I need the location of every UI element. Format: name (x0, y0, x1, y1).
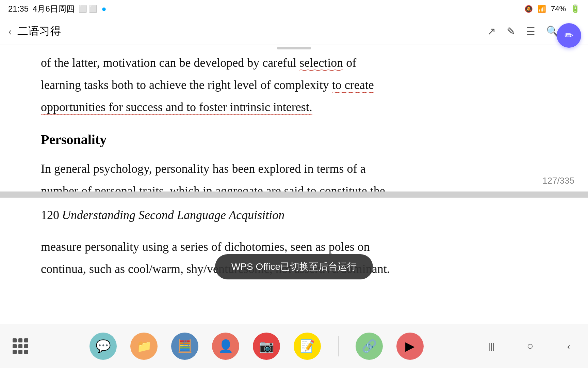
files-icon: 📁 (136, 339, 152, 353)
battery-level: 74% (551, 4, 566, 13)
camera-icon: 📷 (259, 339, 274, 353)
intro-line1: of the latter, motivation can be develop… (41, 56, 356, 70)
home-icon: ○ (527, 340, 533, 352)
status-left: 21:35 4月6日周四 ⬜ ⬜ ● (8, 3, 107, 14)
section-heading-personality: Personality (41, 132, 547, 148)
recents-icon: ||| (489, 341, 494, 352)
underlined-to-create: to create (332, 78, 374, 92)
menu-icon[interactable]: ☰ (526, 25, 535, 37)
nav-left: ‹ 二语习得 (8, 24, 61, 39)
app-icons-row: 💬 📁 🧮 👤 📷 📝 🔗 ▶ (41, 333, 472, 360)
toast-message: WPS Office已切换至后台运行 (231, 261, 357, 272)
home-button[interactable]: ○ (522, 338, 538, 354)
app-icon-calc[interactable]: 🧮 (171, 333, 198, 360)
grid-icon (13, 338, 28, 354)
calc-icon: 🧮 (177, 339, 193, 353)
page-title: 二语习得 (17, 24, 61, 39)
underlined-selection: selection (299, 56, 343, 70)
page-header-number: 120 (41, 208, 59, 222)
status-notification: ● (101, 4, 107, 14)
back-nav-icon: ‹ (567, 340, 571, 352)
toast-notification: WPS Office已切换至后台运行 (215, 254, 373, 279)
underlined-opportunities: opportunities for success and to foster … (41, 100, 312, 114)
page-header-title: Understanding Second Language Acquisitio… (62, 208, 284, 222)
back-nav-button[interactable]: ‹ (560, 338, 577, 354)
intro-line2: learning tasks both to achieve the right… (41, 78, 374, 92)
page-upper-content: of the latter, motivation can be develop… (0, 45, 588, 191)
page-separator (0, 191, 588, 198)
mute-icon: 🔕 (524, 5, 533, 13)
body-text: In general psychology, personality has b… (41, 158, 547, 191)
app-icon-play[interactable]: ▶ (396, 333, 424, 360)
system-bar: 💬 📁 🧮 👤 📷 📝 🔗 ▶ ||| ○ (0, 324, 588, 368)
edit-icon[interactable]: ✎ (507, 25, 515, 37)
apps-grid-button[interactable] (0, 338, 41, 354)
app-icon-bubble[interactable]: 💬 (89, 333, 117, 360)
page-header: 120Understanding Second Language Acquisi… (41, 208, 547, 222)
page-upper: of the latter, motivation can be develop… (0, 45, 588, 191)
body-line2: number of personal traits, which in aggr… (41, 184, 385, 191)
play-icon: ▶ (405, 339, 415, 353)
status-bar: 21:35 4月6日周四 ⬜ ⬜ ● 🔕 📶 74% 🔋 (0, 0, 588, 18)
status-time: 21:35 (8, 4, 29, 14)
back-button[interactable]: ‹ (8, 25, 12, 37)
app-divider (338, 336, 339, 356)
app-icon-camera[interactable]: 📷 (253, 333, 280, 360)
contacts-icon: 👤 (218, 339, 233, 353)
system-nav: ||| ○ ‹ (472, 338, 588, 354)
battery-icon: 🔋 (571, 4, 580, 13)
external-link-icon[interactable]: ↗ (487, 25, 496, 37)
intro-text: of the latter, motivation can be develop… (41, 52, 547, 118)
bubble-icon: 💬 (96, 339, 111, 353)
notes-icon: 📝 (300, 339, 315, 353)
drag-handle (277, 47, 311, 49)
intro-line3: opportunities for success and to foster … (41, 100, 312, 114)
fab-edit-button[interactable]: ✏ (557, 23, 581, 48)
page-number-upper: 127/335 (542, 175, 574, 186)
app-icon-notes[interactable]: 📝 (294, 333, 321, 360)
lower-body-line1: measure personality using a series of di… (41, 240, 370, 254)
share-icon: 🔗 (362, 339, 377, 353)
fab-edit-icon: ✏ (565, 29, 574, 42)
status-date: 4月6日周四 (33, 3, 75, 14)
app-icon-contacts[interactable]: 👤 (212, 333, 239, 360)
nav-bar: ‹ 二语习得 ↗ ✎ ☰ 🔍 ⋮ (0, 18, 588, 45)
app-icon-share[interactable]: 🔗 (356, 333, 383, 360)
recents-button[interactable]: ||| (484, 338, 500, 354)
body-line1: In general psychology, personality has b… (41, 162, 365, 175)
status-icons: ⬜ ⬜ (79, 5, 98, 13)
status-right: 🔕 📶 74% 🔋 (524, 4, 580, 13)
app-icon-files[interactable]: 📁 (130, 333, 158, 360)
wifi-icon: 📶 (538, 5, 546, 13)
